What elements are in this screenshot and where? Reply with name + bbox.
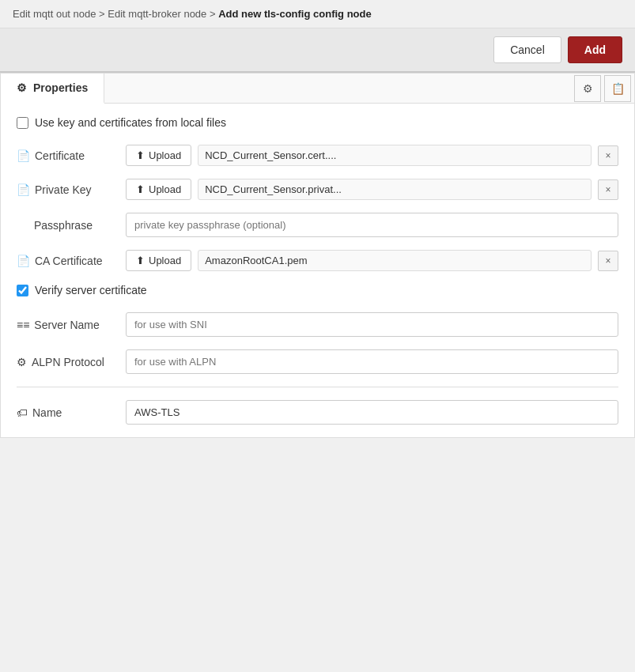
tab-properties-label: Properties xyxy=(33,81,88,94)
verify-checkbox[interactable] xyxy=(17,285,28,296)
name-row: 🏷 Name xyxy=(17,400,618,425)
upload-icon-cert: ⬆ xyxy=(136,149,145,161)
ca-certificate-upload-label: Upload xyxy=(149,255,181,266)
tab-doc-button[interactable]: 📋 xyxy=(604,75,631,102)
gear-icon: ⚙ xyxy=(17,81,27,94)
server-name-row: ≡≡ Server Name xyxy=(17,312,618,337)
certificate-row: 📄 Certificate ⬆ Upload NCD_Current_Senso… xyxy=(17,145,618,166)
verify-label: Verify server certificate xyxy=(35,284,147,296)
server-name-label: ≡≡ Server Name xyxy=(17,319,119,331)
settings-icon: ⚙ xyxy=(583,82,593,95)
private-key-upload-label: Upload xyxy=(149,183,181,195)
file-icon-ca: 📄 xyxy=(17,255,30,267)
name-label: 🏷 Name xyxy=(17,406,119,419)
ca-certificate-clear-button[interactable]: × xyxy=(598,251,618,271)
passphrase-input[interactable] xyxy=(126,213,618,237)
cancel-button[interactable]: Cancel xyxy=(493,36,561,63)
certificate-label: 📄 Certificate xyxy=(17,149,119,162)
breadcrumb-current: Add new tls-config config node xyxy=(218,8,372,20)
private-key-upload-button[interactable]: ⬆ Upload xyxy=(126,179,191,200)
file-icon-cert: 📄 xyxy=(17,149,30,162)
file-icon-key: 📄 xyxy=(17,183,30,196)
alpn-protocol-row: ⚙ ALPN Protocol xyxy=(17,349,618,374)
ca-certificate-row: 📄 CA Certificate ⬆ Upload AmazonRootCA1.… xyxy=(17,250,618,271)
server-icon: ≡≡ xyxy=(17,319,29,331)
add-button[interactable]: Add xyxy=(568,36,622,63)
certificate-clear-button[interactable]: × xyxy=(598,145,618,166)
divider xyxy=(17,387,618,387)
action-bar: Cancel Add xyxy=(0,28,635,73)
tab-gear-button[interactable]: ⚙ xyxy=(574,75,601,102)
alpn-icon: ⚙ xyxy=(17,356,27,368)
alpn-label: ⚙ ALPN Protocol xyxy=(17,356,119,368)
private-key-label: 📄 Private Key xyxy=(17,183,119,196)
certificate-upload-button[interactable]: ⬆ Upload xyxy=(126,145,191,166)
passphrase-label: Passphrase xyxy=(17,219,119,232)
use-local-files-checkbox[interactable] xyxy=(17,117,28,129)
private-key-file-value: NCD_Current_Sensor.privat... xyxy=(198,179,592,200)
tab-bar: ⚙ Properties ⚙ 📋 xyxy=(1,74,634,104)
tab-properties[interactable]: ⚙ Properties xyxy=(1,74,104,104)
ca-certificate-file-value: AmazonRootCA1.pem xyxy=(198,250,592,271)
use-local-files-label: Use key and certificates from local file… xyxy=(35,116,226,129)
passphrase-row: Passphrase xyxy=(17,213,618,237)
use-local-files-row: Use key and certificates from local file… xyxy=(17,116,618,129)
server-name-input[interactable] xyxy=(126,312,618,337)
verify-row: Verify server certificate xyxy=(17,284,618,296)
ca-certificate-upload-button[interactable]: ⬆ Upload xyxy=(126,250,191,271)
upload-icon-key: ⬆ xyxy=(136,183,145,195)
ca-certificate-label: 📄 CA Certificate xyxy=(17,255,119,267)
form-body: Use key and certificates from local file… xyxy=(1,104,634,437)
certificate-file-value: NCD_Current_Sensor.cert.... xyxy=(198,145,592,166)
breadcrumb: Edit mqtt out node > Edit mqtt-broker no… xyxy=(0,0,635,28)
certificate-upload-label: Upload xyxy=(149,149,181,161)
breadcrumb-prefix: Edit mqtt out node > Edit mqtt-broker no… xyxy=(13,8,218,20)
upload-icon-ca: ⬆ xyxy=(136,255,145,266)
alpn-input[interactable] xyxy=(126,349,618,374)
private-key-clear-button[interactable]: × xyxy=(598,179,618,200)
main-panel: ⚙ Properties ⚙ 📋 Use key and certificate… xyxy=(0,73,635,438)
name-input[interactable] xyxy=(126,400,618,425)
doc-icon: 📋 xyxy=(611,82,625,95)
private-key-row: 📄 Private Key ⬆ Upload NCD_Current_Senso… xyxy=(17,179,618,200)
tag-icon: 🏷 xyxy=(17,406,28,419)
